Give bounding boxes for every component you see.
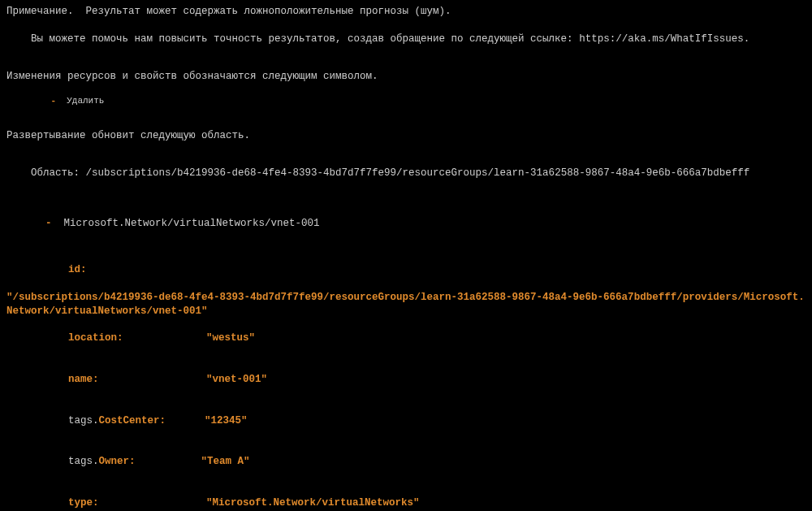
name-key: name: [68,373,206,387]
res1-id-value: "/subscriptions/b4219936-de68-4fe4-8393-… [6,291,806,318]
res1-type: type:"Microsoft.Network/virtualNetworks" [6,483,806,511]
delete-dash-icon: - [50,96,56,106]
tags-prefix: tags. [68,456,99,467]
changes-header: Изменения ресурсов и свойств обозначаютс… [6,70,806,84]
costcenter-key: CostCenter: [99,415,166,427]
issues-url: https://aka.ms/WhatIfIssues [579,33,744,45]
name-value: "vnet-001" [206,374,267,385]
res1-id-label: id: [6,249,806,291]
res1-tag-costcenter: tags.CostCenter:"12345" [6,401,806,442]
scope-line: Область: /subscriptions/b4219936-de68-4f… [6,153,806,194]
id-key: id: [68,264,87,275]
location-value: "westus" [206,332,255,344]
location-key: location: [68,331,206,345]
note-period: . [744,33,750,45]
tags-prefix: tags. [68,415,99,427]
note-text: Вы можете помочь нам повысить точность р… [31,33,579,45]
owner-key: Owner: [99,456,136,467]
note-line-2: Вы можете помочь нам повысить точность р… [6,19,806,60]
res1-name: name:"vnet-001" [6,359,806,401]
legend-row: - Удалить [6,83,806,119]
deploy-header: Развертывание обновит следующую область. [6,129,806,143]
delete-dash-icon: - [45,218,52,229]
owner-value: "Team A" [201,456,250,467]
resource-1-header: - Microsoft.Network/virtualNetworks/vnet… [6,203,806,245]
scope-value: /subscriptions/b4219936-de68-4fe4-8393-4… [86,167,750,179]
res1-tag-owner: tags.Owner:"Team A" [6,441,806,483]
costcenter-value: "12345" [205,415,248,427]
scope-label: Область: [31,167,86,179]
res1-location: location:"westus" [6,318,806,359]
type-value: "Microsoft.Network/virtualNetworks" [206,497,420,509]
type-key: type: [68,496,206,510]
resource-1-title: Microsoft.Network/virtualNetworks/vnet-0… [64,218,320,229]
terminal-output: Примечание. Результат может содержать ло… [0,0,812,511]
legend-delete-label: Удалить [67,96,104,106]
note-line-1: Примечание. Результат может содержать ло… [6,5,806,19]
